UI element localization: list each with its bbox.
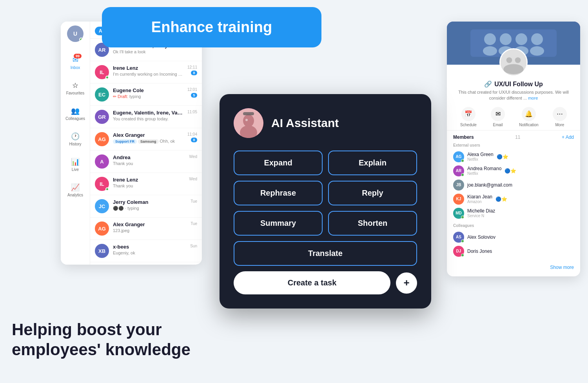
external-users-label: External users xyxy=(453,143,574,147)
unread-badge: 5 xyxy=(191,93,197,98)
chat-items-container: AR Andrea Romano, Jerry Coleman Ok I'll … xyxy=(90,39,202,262)
chat-item[interactable]: A Andrea Thank you Wed xyxy=(90,151,202,173)
chat-item[interactable]: XB x-bees Eugeniy, ok Sun xyxy=(90,240,202,262)
online-dot xyxy=(461,159,464,162)
member-item[interactable]: AR Andrea Romano Netflix 🔵⭐ xyxy=(453,164,574,178)
chat-preview: You created this group today. xyxy=(113,116,183,121)
member-item[interactable]: AG Alexa Green Netflix 🔵⭐ xyxy=(453,150,574,164)
members-count: 11 xyxy=(515,134,520,140)
link-icon: 🔗 xyxy=(484,80,492,88)
colleague-item[interactable]: AS Alex Soloviov xyxy=(453,230,574,244)
chat-item[interactable]: IL Irene Lenz I'm currently working on I… xyxy=(90,61,202,83)
explain-button[interactable]: Explain xyxy=(328,151,417,175)
chat-preview: ✏ Draft: typing xyxy=(113,94,183,99)
svg-point-18 xyxy=(503,64,523,74)
chat-item[interactable]: GR Eugene, Valentin, Irene, Vasyly, E...… xyxy=(90,106,202,128)
summary-button[interactable]: Summary xyxy=(234,211,323,236)
show-more-button[interactable]: Show more xyxy=(447,262,580,270)
expand-button[interactable]: Expand xyxy=(234,151,323,175)
more-link[interactable]: more xyxy=(528,96,538,100)
chat-item[interactable]: EC Eugene Cole ✏ Draft: typing 12:01 5 xyxy=(90,83,202,106)
member-item[interactable]: MD Michelle Diaz Service N xyxy=(453,206,574,220)
member-item[interactable]: KJ Kiaran Jean Amazon 🔵⭐ xyxy=(453,192,574,206)
chat-preview: 123.jpeg xyxy=(113,228,187,233)
chat-item[interactable]: AG Alex Granger 123.jpeg Tue xyxy=(90,218,202,240)
plus-button[interactable]: + xyxy=(396,272,417,294)
chat-name: Eugene Cole xyxy=(113,87,183,93)
shorten-button[interactable]: Shorten xyxy=(328,211,417,236)
chat-time: Tue xyxy=(191,199,197,203)
sidebar: U ✉ 99 Inbox ☆ Favourites 👥 Colleagues 🕐… xyxy=(61,22,90,265)
chat-avatar: AG xyxy=(95,221,109,236)
sidebar-item-live[interactable]: 📊 Live xyxy=(61,154,90,175)
channel-name: 🔗 UX/UI Follow Up xyxy=(453,80,574,88)
live-icon: 📊 xyxy=(71,157,80,167)
sidebar-item-analytics[interactable]: 📈 Analytics xyxy=(61,180,90,200)
member-item[interactable]: JB joe.blank@gmail.com xyxy=(453,178,574,192)
chat-list-content: All 🔍 AR Andrea Romano, Jerry Coleman Ok… xyxy=(90,22,202,265)
ai-title: AI Assistant xyxy=(271,116,339,130)
hero-text: Helping boost your employees' knowledge xyxy=(12,320,191,359)
sidebar-item-inbox[interactable]: ✉ 99 Inbox xyxy=(61,52,90,73)
chat-item[interactable]: JC Jerry Coleman ⚫⚫ · typing Tue xyxy=(90,195,202,218)
members-header: Members 11 + Add xyxy=(453,134,574,140)
chat-preview: Eugeniy, ok xyxy=(113,250,186,255)
member-avatar: KJ xyxy=(453,194,464,205)
chat-name: Alex Granger xyxy=(113,221,187,227)
chat-info: Jerry Coleman ⚫⚫ · typing xyxy=(113,199,187,211)
chat-time: Wed xyxy=(189,177,197,181)
rephrase-button[interactable]: Rephrase xyxy=(234,181,323,205)
chat-time: 11:05 xyxy=(187,110,197,114)
inbox-label: Inbox xyxy=(71,65,80,70)
user-avatar[interactable]: U xyxy=(67,25,83,42)
action-schedule[interactable]: 📅 Schedule xyxy=(460,107,477,127)
svg-point-17 xyxy=(515,57,521,63)
chat-avatar: AG xyxy=(95,132,109,146)
svg-point-16 xyxy=(506,57,512,63)
member-name: joe.blank@gmail.com xyxy=(467,182,512,188)
chat-meta: Sun xyxy=(190,244,197,248)
sidebar-item-history[interactable]: 🕐 History xyxy=(61,129,90,149)
external-users-list: AG Alexa Green Netflix 🔵⭐ AR Andrea Roma… xyxy=(453,150,574,220)
svg-point-1 xyxy=(243,114,254,127)
action-more[interactable]: ⋯ More xyxy=(553,107,567,127)
chat-time: 12:11 xyxy=(187,65,197,69)
reply-button[interactable]: Reply xyxy=(328,181,417,205)
email-icon: ✉ xyxy=(491,107,505,121)
sidebar-item-favourites[interactable]: ☆ Favourites xyxy=(61,78,90,98)
member-avatar: MD xyxy=(453,208,464,219)
chat-item[interactable]: IL Irene Lenz Thank you Wed xyxy=(90,173,202,195)
chat-meta: Wed xyxy=(189,177,197,181)
history-label: History xyxy=(69,142,81,146)
create-task-button[interactable]: Create a task xyxy=(234,271,390,294)
action-notification[interactable]: 🔔 Notification xyxy=(519,107,538,127)
svg-rect-4 xyxy=(243,112,254,115)
members-title: Members xyxy=(453,134,474,140)
add-members-button[interactable]: + Add xyxy=(562,134,574,140)
chat-meta: 11:04 8 xyxy=(187,132,197,142)
ai-header: AI Assistant xyxy=(234,108,417,138)
member-avatar: JB xyxy=(453,180,464,191)
chat-item[interactable]: AG Alex Granger Support FRSamsungOhh, ok… xyxy=(90,128,202,151)
colleague-item[interactable]: DJ Doris Jones xyxy=(453,244,574,258)
chat-tag: Support FR xyxy=(113,139,137,144)
sidebar-item-colleagues[interactable]: 👥 Colleagues xyxy=(61,103,90,124)
chat-name: x-bees xyxy=(113,244,186,250)
chat-avatar: GR xyxy=(95,110,109,124)
colleague-name: Doris Jones xyxy=(467,249,574,254)
chat-preview: Ok I'll take a look xyxy=(113,49,183,54)
chat-avatar: IL xyxy=(95,65,109,79)
chat-avatar: XB xyxy=(95,244,109,258)
chat-preview: Thank you xyxy=(113,161,185,166)
unread-badge: 8 xyxy=(191,71,197,75)
action-email[interactable]: ✉ Email xyxy=(491,107,505,127)
cover-image xyxy=(447,22,580,65)
chat-name: Andrea xyxy=(113,154,185,160)
member-name-section: Michelle Diaz Service N xyxy=(467,208,495,218)
translate-button[interactable]: Translate xyxy=(234,241,417,266)
member-name: Kiaran Jean xyxy=(467,194,492,200)
colleagues-icon: 👥 xyxy=(71,106,80,116)
svg-point-7 xyxy=(484,33,496,45)
member-name-section: Alexa Green Netflix xyxy=(467,152,494,162)
notification-icon: 🔔 xyxy=(522,107,536,121)
